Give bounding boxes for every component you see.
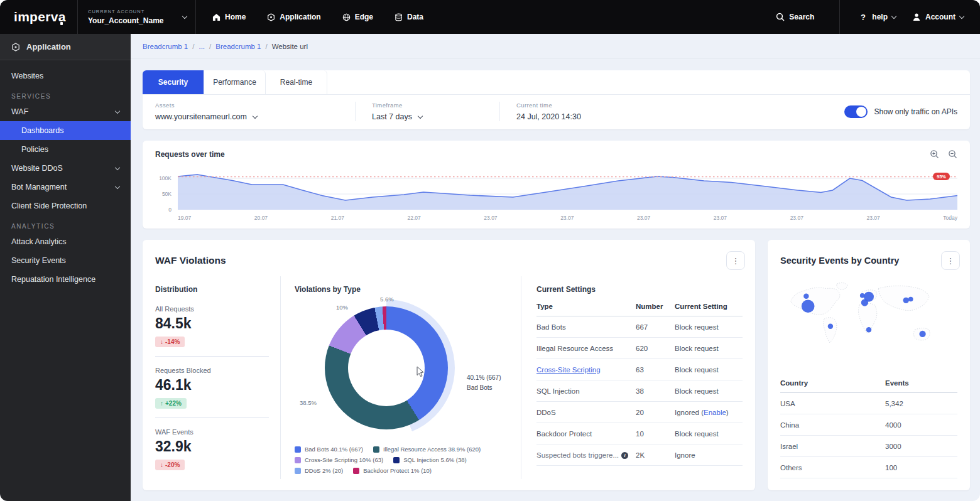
timeframe-filter: Timeframe Last 7 days xyxy=(355,102,499,121)
breadcrumb-link[interactable]: Breadcrumb 1 xyxy=(143,43,188,50)
info-icon[interactable]: i xyxy=(621,452,628,459)
legend-swatch xyxy=(295,468,301,474)
slice-label-xss: 10% xyxy=(336,304,348,311)
stat-requests-blocked: Requests Blocked 46.1k ↑ +22% xyxy=(155,356,269,418)
enable-link[interactable]: Enable xyxy=(704,409,726,416)
svg-text:?: ? xyxy=(861,13,866,21)
legend-sql-injection: SQL Injection 5.6% (38) xyxy=(393,456,467,463)
setting-value: Block request xyxy=(675,423,743,444)
country-name: USA xyxy=(780,393,885,414)
donut-annotation: 40.1% (667) Bad Bots xyxy=(467,373,501,393)
current-account-name: Your_Account_Name xyxy=(88,16,163,25)
x-tick: Today xyxy=(943,215,957,221)
arrow-down-icon: ↓ xyxy=(160,461,163,468)
sidebar-item-client-side-protection[interactable]: Client Side Protection xyxy=(0,197,131,215)
assets-dropdown[interactable]: www.yoursitenameurl.com xyxy=(155,112,336,121)
sidebar-item-attack-analytics[interactable]: Attack Analytics xyxy=(0,232,131,251)
stat-label: Requests Blocked xyxy=(155,367,269,374)
help-menu[interactable]: ? help xyxy=(840,0,912,34)
table-row: Suspected bots triggere...i 2K Ignore xyxy=(536,444,743,466)
assets-filter: Assets www.yoursitenameurl.com xyxy=(155,102,355,121)
nav-application[interactable]: Application xyxy=(267,13,320,21)
assets-value: www.yoursitenameurl.com xyxy=(155,112,247,121)
sidebar-item-policies[interactable]: Policies xyxy=(0,140,131,159)
sidebar-item-websites[interactable]: Websites xyxy=(0,67,131,85)
event-bubble-australia xyxy=(919,331,925,337)
sidebar-item-label: Websites xyxy=(11,72,43,80)
world-map xyxy=(768,274,970,372)
sidebar-item-dashboards[interactable]: Dashboards xyxy=(0,121,131,140)
tab-security[interactable]: Security xyxy=(143,70,204,94)
account-menu[interactable]: Account xyxy=(912,0,980,34)
nav-application-label: Application xyxy=(280,13,320,21)
nav-data[interactable]: Data xyxy=(395,13,423,21)
nav-edge-label: Edge xyxy=(355,13,373,21)
timeframe-dropdown[interactable]: Last 7 days xyxy=(372,112,481,121)
nav-edge[interactable]: Edge xyxy=(342,13,373,21)
content: Security Performance Real-time Assets ww… xyxy=(131,59,980,501)
sidebar-item-waf[interactable]: WAF xyxy=(0,102,131,121)
annotation-name: Bad Bots xyxy=(467,383,501,393)
legend-label: SQL Injection 5.6% (38) xyxy=(403,456,467,463)
violations-by-type-header: Violations by Type xyxy=(295,276,507,295)
current-account-label: CURRENT ACCOUNT xyxy=(88,9,163,14)
chevron-down-icon xyxy=(115,164,120,170)
table-row: USA 5,342 xyxy=(780,393,957,414)
breadcrumb-separator: / xyxy=(192,43,194,50)
breadcrumb-separator: / xyxy=(209,43,211,50)
setting-type: SQL Injection xyxy=(536,380,636,402)
stat-value: 32.9k xyxy=(155,438,269,455)
legend-label: Cross-Site Scripting 10% (63) xyxy=(305,456,383,463)
arrow-down-icon: ↓ xyxy=(160,338,163,345)
sidebar-item-bot-managment[interactable]: Bot Managment xyxy=(0,178,131,197)
tab-performance[interactable]: Performance xyxy=(204,70,266,94)
api-traffic-toggle[interactable] xyxy=(844,105,868,118)
x-tick: 23.07 xyxy=(637,215,650,221)
country-events-table-wrap: Country Events USA 5,342 xyxy=(768,372,970,485)
breadcrumb-separator: / xyxy=(265,43,267,50)
delta-badge-negative: ↓ -20% xyxy=(155,460,185,470)
search-label: Search xyxy=(789,13,814,21)
kebab-menu-button[interactable]: ⋮ xyxy=(726,251,745,270)
country-name: Others xyxy=(780,457,885,478)
imperva-logo[interactable]: imperva xyxy=(0,0,78,34)
country-events: 5,342 xyxy=(885,393,957,414)
requests-chart-plot: 95% xyxy=(178,169,957,210)
slice-label-sql-injection: 5.6% xyxy=(380,296,394,303)
breadcrumb-current: Website url xyxy=(272,43,308,50)
nav-home[interactable]: Home xyxy=(212,13,246,21)
cross-site-scripting-link[interactable]: Cross-Site Scripting xyxy=(536,366,601,374)
sidebar-item-security-events[interactable]: Security Events xyxy=(0,251,131,270)
setting-number: 63 xyxy=(636,359,675,380)
sidebar-section-services: SERVICES xyxy=(0,85,131,102)
kebab-menu-button[interactable]: ⋮ xyxy=(941,251,960,270)
event-bubble-china xyxy=(903,298,909,303)
sidebar-header-application[interactable]: Application xyxy=(0,34,131,60)
search-button[interactable]: Search xyxy=(776,0,839,34)
y-tick: 50K xyxy=(162,191,172,197)
breadcrumb: Breadcrumb 1 / ... / Breadcrumb 1 / Webs… xyxy=(131,34,980,59)
setting-type: DDoS xyxy=(536,402,636,423)
current-account-selector[interactable]: CURRENT ACCOUNT Your_Account_Name xyxy=(78,0,196,34)
tab-real-time[interactable]: Real-time xyxy=(266,70,327,94)
breadcrumb-ellipsis[interactable]: ... xyxy=(199,43,205,50)
table-row: Others 100 xyxy=(780,457,957,478)
setting-number: 667 xyxy=(636,316,675,338)
sidebar-item-website-ddos[interactable]: Website DDoS xyxy=(0,159,131,178)
events-by-country-title: Security Events by Country xyxy=(780,256,899,266)
chevron-down-icon xyxy=(253,113,258,118)
top-navigation-bar: imperva CURRENT ACCOUNT Your_Account_Nam… xyxy=(0,0,980,34)
zoom-out-icon[interactable] xyxy=(948,149,957,159)
imperva-logo-text: imperva xyxy=(14,9,66,24)
chevron-down-icon xyxy=(418,113,423,118)
sidebar-nav: Websites SERVICES WAF Dashboards Policie… xyxy=(0,60,131,289)
sidebar-item-reputation-intelligence[interactable]: Repuatation Intelligence xyxy=(0,270,131,289)
imperva-dashboard: imperva CURRENT ACCOUNT Your_Account_Nam… xyxy=(0,0,980,501)
breadcrumb-link[interactable]: Breadcrumb 1 xyxy=(215,43,261,50)
country-events: 4000 xyxy=(885,414,957,436)
main-area: Breadcrumb 1 / ... / Breadcrumb 1 / Webs… xyxy=(131,34,980,501)
setting-value: Ignored (Enable) xyxy=(675,402,743,423)
current-settings-column: Current Settings Type Number Current Set… xyxy=(521,276,743,479)
sidebar-section-analytics: ANALYTICS xyxy=(0,215,131,232)
zoom-in-icon[interactable] xyxy=(930,149,939,159)
